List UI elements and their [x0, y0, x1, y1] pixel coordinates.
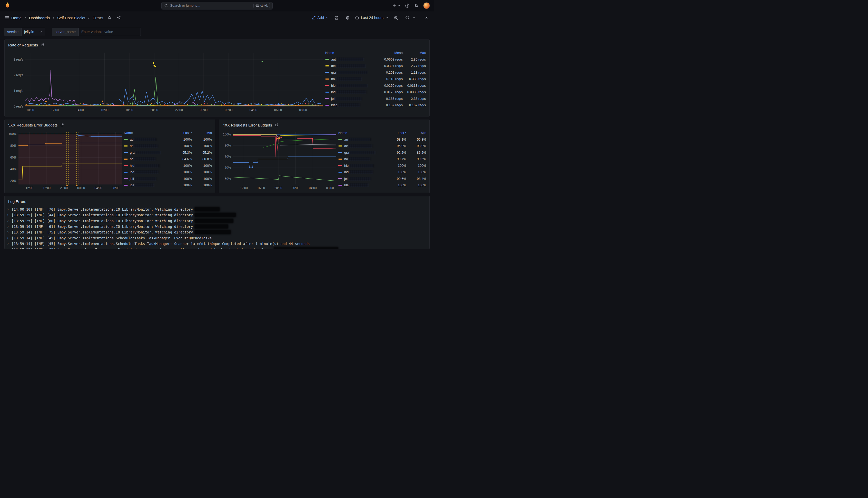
series-swatch: [124, 178, 128, 179]
svg-text:100%: 100%: [223, 133, 231, 136]
legend-row[interactable]: lda 100% 100%: [124, 182, 212, 188]
legend-row[interactable]: gra 92.2% 86.2%: [338, 149, 426, 156]
log-line[interactable]: ›[13:59:14] [INF] [75] Emby.Server.Imple…: [7, 230, 426, 235]
breadcrumb-current: Errors: [93, 16, 103, 20]
svg-text:08:00: 08:00: [326, 186, 334, 190]
legend-header: Name Last * Min: [124, 130, 212, 136]
server-name-input[interactable]: [79, 28, 141, 36]
series-name-prefix: ldap: [331, 103, 337, 107]
add-button[interactable]: Add: [311, 16, 329, 20]
grafana-logo[interactable]: [4, 2, 11, 10]
legend-row[interactable]: gra 0.201 req/s 1.13 req/s: [325, 69, 426, 76]
help-icon[interactable]: [405, 3, 410, 8]
svg-text:20:00: 20:00: [150, 108, 158, 112]
legend-row[interactable]: ind 100% 100%: [124, 169, 212, 175]
legend-row[interactable]: hle 100% 100%: [124, 162, 212, 169]
expand-chevron-icon[interactable]: ›: [7, 231, 9, 234]
panel-title[interactable]: Rate of Requests: [8, 43, 38, 47]
legend-row[interactable]: de 95.9% 93.9%: [338, 143, 426, 149]
expand-chevron-icon[interactable]: ›: [7, 219, 9, 223]
log-line[interactable]: ›[13:59:14] [INF] [45] Emby.Server.Imple…: [7, 241, 426, 247]
legend-value-1: 100%: [167, 170, 192, 174]
series-swatch: [124, 152, 128, 153]
rate-chart[interactable]: 0 req/s1 req/s2 req/s3 req/s10:0012:0014…: [5, 49, 325, 115]
zoom-out-icon[interactable]: [392, 14, 400, 22]
time-range-picker[interactable]: Last 24 hours: [355, 16, 388, 20]
expand-chevron-icon[interactable]: ›: [7, 213, 9, 217]
menu-icon[interactable]: [3, 14, 11, 22]
settings-gear-icon[interactable]: [344, 14, 351, 22]
variables-row: service jellyfin server_name: [0, 24, 434, 36]
svg-text:1 req/s: 1 req/s: [14, 89, 23, 93]
legend-row[interactable]: jell 0.185 req/s 2.33 req/s: [325, 95, 426, 102]
expand-chevron-icon[interactable]: ›: [7, 242, 9, 246]
4xx-chart[interactable]: 60%70%80%90%100%12:0016:0020:0000:0004:0…: [219, 129, 338, 193]
save-icon[interactable]: [332, 14, 340, 22]
legend-row[interactable]: del 0.0327 req/s 2.77 req/s: [325, 63, 426, 69]
external-link-icon[interactable]: [60, 123, 64, 127]
legend-row[interactable]: lda 100% 100%: [338, 182, 426, 188]
legend-row[interactable]: ldap 0.167 req/s 0.167 req/s: [325, 102, 426, 108]
refresh-icon[interactable]: [403, 14, 411, 22]
refresh-interval-caret[interactable]: [412, 16, 415, 19]
time-range-label: Last 24 hours: [361, 16, 384, 20]
collapse-chevron-up-icon[interactable]: [423, 14, 430, 22]
series-swatch: [325, 79, 329, 80]
legend-row[interactable]: jell 99.6% 98.4%: [338, 175, 426, 182]
legend-header: Name Last * Min: [338, 130, 426, 136]
legend-row[interactable]: jell 100% 100%: [124, 175, 212, 182]
legend-row[interactable]: ha 99.7% 99.6%: [338, 156, 426, 162]
news-icon[interactable]: [414, 3, 418, 8]
search-box[interactable]: ctrl+k: [161, 2, 273, 10]
log-line[interactable]: ›[13:59:25] [INF] [44] Emby.Server.Imple…: [7, 212, 426, 218]
svg-text:0 req/s: 0 req/s: [14, 105, 23, 108]
legend-value-1: 100%: [167, 137, 192, 141]
legend-row[interactable]: hle 0.0250 req/s 0.0333 req/s: [325, 82, 426, 89]
expand-chevron-icon[interactable]: ›: [7, 236, 9, 240]
svg-text:16:00: 16:00: [101, 108, 108, 112]
search-icon: [164, 4, 168, 8]
svg-text:3 req/s: 3 req/s: [14, 58, 23, 61]
share-icon[interactable]: [115, 14, 123, 22]
log-line[interactable]: ›[13:59:13] [INF] [70] Emby.Drawing.Imag…: [7, 247, 426, 249]
5xx-chart[interactable]: 20%40%60%80%100%12:0016:0020:0000:0004:0…: [5, 129, 124, 193]
external-link-icon[interactable]: [41, 43, 44, 47]
service-picker[interactable]: jellyfin: [21, 28, 45, 36]
expand-chevron-icon[interactable]: ›: [7, 208, 9, 211]
series-swatch: [124, 172, 128, 173]
panel-title[interactable]: 5XX Requests Error Budgets: [8, 123, 58, 127]
log-line[interactable]: ›[13:59:16] [INF] [61] Emby.Server.Imple…: [7, 224, 426, 230]
svg-text:80%: 80%: [10, 144, 16, 147]
legend-row[interactable]: aut 0.0608 req/s 2.85 req/s: [325, 56, 426, 63]
svg-text:20%: 20%: [10, 179, 16, 183]
panel-title[interactable]: 4XX Requests Error Budgets: [223, 123, 272, 127]
legend-row[interactable]: ind 0.0173 req/s 0.0333 req/s: [325, 89, 426, 95]
favorite-star-icon[interactable]: [106, 14, 113, 22]
legend-row[interactable]: de 100% 100%: [124, 143, 212, 149]
expand-chevron-icon[interactable]: ›: [7, 225, 9, 228]
legend-value-1: 0.167 req/s: [372, 103, 403, 107]
log-line[interactable]: ›[13:59:25] [INF] [80] Emby.Server.Imple…: [7, 218, 426, 224]
legend-row[interactable]: au 58.1% 56.8%: [338, 136, 426, 143]
legend-row[interactable]: ha 84.6% 80.8%: [124, 156, 212, 162]
breadcrumb-dashboards[interactable]: Dashboards: [29, 16, 50, 20]
log-line[interactable]: ›[14:00:10] [INF] [70] Emby.Server.Imple…: [7, 207, 426, 212]
legend-row[interactable]: ha. 0.118 req/s 0.333 req/s: [325, 76, 426, 82]
search-input[interactable]: [170, 4, 251, 8]
new-button[interactable]: [392, 4, 400, 8]
panel-title[interactable]: Log Errors: [8, 199, 26, 204]
breadcrumb-self-host-blocks[interactable]: Self Host Blocks: [57, 16, 85, 20]
user-avatar[interactable]: [423, 2, 430, 9]
series-name-prefix: au: [130, 137, 133, 141]
legend-value-2: 2.33 req/s: [403, 97, 426, 101]
legend-header: Name Mean Max: [325, 50, 426, 56]
legend-row[interactable]: gra 95.3% 95.2%: [124, 149, 212, 156]
chevron-right-icon: [52, 16, 55, 19]
log-line[interactable]: ›[13:59:14] [INF] [45] Emby.Server.Imple…: [7, 235, 426, 241]
expand-chevron-icon[interactable]: ›: [7, 248, 9, 249]
legend-row[interactable]: ind 100% 100%: [338, 169, 426, 175]
legend-row[interactable]: au 100% 100%: [124, 136, 212, 143]
external-link-icon[interactable]: [275, 123, 278, 127]
breadcrumb-home[interactable]: Home: [11, 16, 22, 20]
legend-row[interactable]: hle 100% 100%: [338, 162, 426, 169]
